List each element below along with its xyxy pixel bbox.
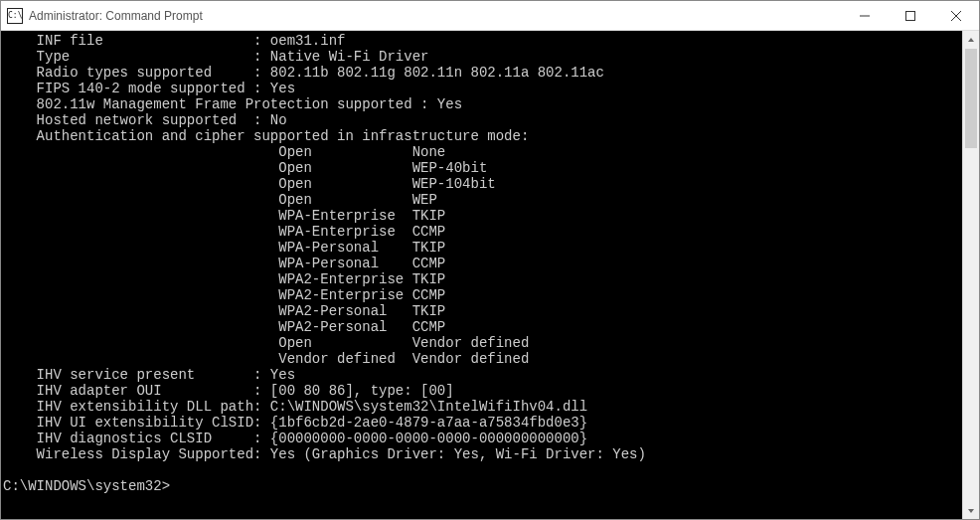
command-prompt[interactable]: C:\WINDOWS\system32> (3, 478, 960, 494)
terminal-line: Open WEP (3, 192, 960, 208)
terminal-line: IHV service present : Yes (3, 367, 960, 383)
terminal-line: WPA-Enterprise CCMP (3, 224, 960, 240)
minimize-icon (860, 11, 870, 21)
scroll-thumb[interactable] (965, 49, 977, 148)
terminal-line: WPA-Personal CCMP (3, 256, 960, 271)
window-controls (842, 1, 979, 30)
terminal-line: Authentication and cipher supported in i… (3, 128, 960, 144)
svg-marker-5 (968, 509, 974, 513)
terminal-line: WPA2-Enterprise TKIP (3, 271, 960, 287)
terminal-line: IHV adapter OUI : [00 80 86], type: [00] (3, 383, 960, 399)
svg-marker-4 (968, 38, 974, 42)
chevron-down-icon (967, 507, 975, 515)
terminal-output[interactable]: INF file : oem31.inf Type : Native Wi-Fi… (1, 31, 962, 519)
terminal-line: FIPS 140-2 mode supported : Yes (3, 81, 960, 96)
close-button[interactable] (933, 1, 979, 30)
maximize-icon (905, 11, 915, 21)
terminal-line: Radio types supported : 802.11b 802.11g … (3, 65, 960, 81)
maximize-button[interactable] (888, 1, 933, 30)
terminal-line: INF file : oem31.inf (3, 33, 960, 49)
terminal-line: Hosted network supported : No (3, 112, 960, 128)
app-icon: C:\ (7, 8, 23, 24)
chevron-up-icon (967, 36, 975, 44)
terminal-line: WPA-Personal TKIP (3, 240, 960, 256)
terminal-line: WPA2-Personal CCMP (3, 319, 960, 335)
close-icon (951, 11, 961, 21)
scroll-up-button[interactable] (963, 31, 979, 48)
terminal-line: Type : Native Wi-Fi Driver (3, 49, 960, 65)
terminal-line: Open WEP-104bit (3, 176, 960, 192)
vertical-scrollbar[interactable] (962, 31, 979, 519)
terminal-line (3, 462, 960, 478)
terminal-line: Vendor defined Vendor defined (3, 351, 960, 367)
scroll-down-button[interactable] (963, 502, 979, 519)
terminal-line: 802.11w Management Frame Protection supp… (3, 96, 960, 112)
terminal-line: IHV diagnostics CLSID : {00000000-0000-0… (3, 431, 960, 446)
minimize-button[interactable] (842, 1, 888, 30)
titlebar[interactable]: C:\ Administrator: Command Prompt (1, 1, 979, 31)
terminal-line: Open None (3, 144, 960, 160)
terminal-line: WPA-Enterprise TKIP (3, 208, 960, 224)
svg-rect-1 (906, 11, 915, 20)
terminal-line: Open Vendor defined (3, 335, 960, 351)
terminal-line: Open WEP-40bit (3, 160, 960, 176)
terminal-line: WPA2-Enterprise CCMP (3, 287, 960, 303)
client-area: INF file : oem31.inf Type : Native Wi-Fi… (1, 31, 979, 519)
terminal-line: Wireless Display Supported: Yes (Graphic… (3, 446, 960, 462)
command-prompt-window: C:\ Administrator: Command Prompt INF fi… (0, 0, 980, 520)
window-title: Administrator: Command Prompt (29, 9, 842, 23)
terminal-line: IHV extensibility DLL path: C:\WINDOWS\s… (3, 399, 960, 415)
terminal-line: IHV UI extensibility ClSID: {1bf6cb2d-2a… (3, 415, 960, 431)
terminal-line: WPA2-Personal TKIP (3, 303, 960, 319)
